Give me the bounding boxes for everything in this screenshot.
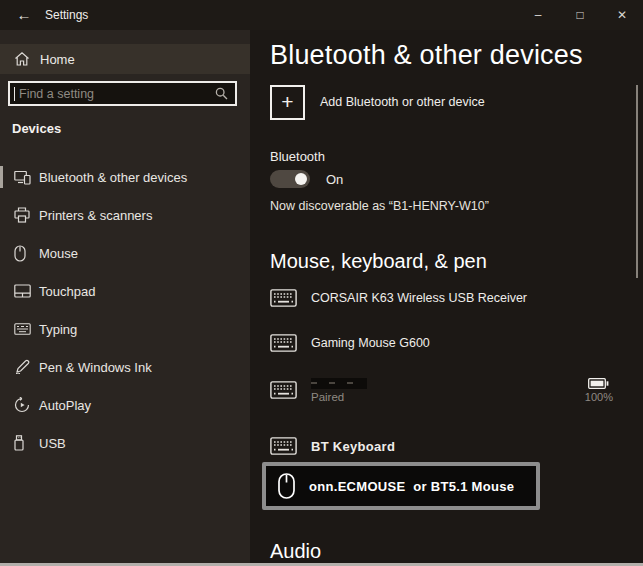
search-icon[interactable] bbox=[215, 87, 228, 100]
sidebar-item-bluetooth-other-devices[interactable]: Bluetooth & other devices bbox=[0, 158, 250, 196]
page-title: Bluetooth & other devices bbox=[270, 40, 583, 71]
maximize-button[interactable]: □ bbox=[559, 0, 601, 30]
bluetooth-toggle-row: On bbox=[270, 170, 343, 188]
close-button[interactable]: ✕ bbox=[601, 0, 643, 30]
minimize-button[interactable]: – bbox=[517, 0, 559, 30]
sidebar-item-label: Bluetooth & other devices bbox=[39, 170, 187, 185]
redacted-device-name bbox=[311, 378, 367, 389]
battery-icon bbox=[588, 378, 609, 389]
keyboard-icon bbox=[270, 437, 297, 455]
sidebar-item-usb[interactable]: USB bbox=[0, 424, 250, 462]
pen-icon bbox=[14, 359, 31, 375]
device-row-corsair-k63[interactable]: CORSAIR K63 Wireless USB Receiver bbox=[270, 278, 613, 318]
sidebar-item-pen-windows-ink[interactable]: Pen & Windows Ink bbox=[0, 348, 250, 386]
section-heading-audio: Audio bbox=[270, 540, 321, 563]
sidebar-section-header: Devices bbox=[12, 121, 61, 136]
discoverable-status-text: Now discoverable as “B1-HENRY-W10” bbox=[270, 199, 489, 213]
back-button[interactable]: ← bbox=[10, 3, 38, 27]
main-content: Bluetooth & other devices + Add Bluetoot… bbox=[250, 30, 643, 563]
titlebar: ← Settings – □ ✕ bbox=[0, 0, 643, 30]
window-controls: – □ ✕ bbox=[517, 0, 643, 30]
search-input[interactable] bbox=[15, 87, 215, 101]
add-bluetooth-device-button[interactable]: + Add Bluetooth or other device bbox=[270, 84, 485, 120]
plus-icon: + bbox=[270, 85, 305, 120]
bluetooth-toggle[interactable] bbox=[270, 170, 310, 188]
device-row-onn-mouse-highlighted[interactable]: onn.ECMOUSE or BT5.1 Mouse bbox=[262, 462, 540, 510]
autoplay-icon bbox=[14, 397, 31, 413]
sidebar-item-label: Mouse bbox=[39, 246, 78, 261]
device-row-gaming-mouse-g600[interactable]: Gaming Mouse G600 bbox=[270, 323, 613, 363]
toggle-state-label: On bbox=[326, 172, 343, 187]
toggle-knob-icon bbox=[295, 173, 307, 185]
scrollbar-thumb[interactable] bbox=[636, 85, 638, 278]
sidebar-item-home[interactable]: Home bbox=[0, 44, 250, 74]
device-name: BT Keyboard bbox=[311, 439, 395, 454]
usb-icon bbox=[14, 435, 31, 451]
sidebar-item-label: Touchpad bbox=[39, 284, 95, 299]
sidebar-item-label: Typing bbox=[39, 322, 77, 337]
bluetooth-toggle-label: Bluetooth bbox=[270, 149, 325, 164]
sidebar: Home Devices Bluetooth & other devices bbox=[0, 30, 250, 563]
battery-status: 100% bbox=[585, 378, 613, 403]
add-device-label: Add Bluetooth or other device bbox=[320, 95, 485, 109]
mouse-icon bbox=[278, 473, 295, 499]
touchpad-icon bbox=[14, 284, 31, 298]
sidebar-item-typing[interactable]: Typing bbox=[0, 310, 250, 348]
battery-percent: 100% bbox=[585, 391, 613, 403]
printer-icon bbox=[14, 207, 31, 223]
sidebar-item-printers-scanners[interactable]: Printers & scanners bbox=[0, 196, 250, 234]
device-name: onn.ECMOUSE or BT5.1 Mouse bbox=[309, 479, 514, 494]
settings-window: ← Settings – □ ✕ Home Dev bbox=[0, 0, 643, 566]
sidebar-item-touchpad[interactable]: Touchpad bbox=[0, 272, 250, 310]
sidebar-item-label: Home bbox=[40, 52, 75, 67]
sidebar-item-mouse[interactable]: Mouse bbox=[0, 234, 250, 272]
device-name: CORSAIR K63 Wireless USB Receiver bbox=[311, 291, 527, 305]
devices-icon bbox=[14, 170, 31, 185]
sidebar-item-label: AutoPlay bbox=[39, 398, 91, 413]
search-box bbox=[8, 81, 237, 106]
keyboard-icon bbox=[270, 334, 297, 352]
mouse-icon bbox=[14, 245, 31, 262]
keyboard-icon bbox=[270, 381, 297, 399]
section-heading-mouse-keyboard-pen: Mouse, keyboard, & pen bbox=[270, 250, 487, 273]
device-name: Gaming Mouse G600 bbox=[311, 336, 430, 350]
sidebar-item-autoplay[interactable]: AutoPlay bbox=[0, 386, 250, 424]
sidebar-item-label: USB bbox=[39, 436, 66, 451]
selected-indicator bbox=[0, 166, 3, 188]
keyboard-icon bbox=[270, 289, 297, 307]
device-row-bt-keyboard[interactable]: BT Keyboard bbox=[270, 428, 613, 464]
device-status: Paired bbox=[311, 391, 367, 403]
sidebar-item-label: Printers & scanners bbox=[39, 208, 152, 223]
typing-icon bbox=[14, 323, 31, 335]
sidebar-item-label: Pen & Windows Ink bbox=[39, 360, 152, 375]
window-title: Settings bbox=[45, 0, 88, 30]
device-row-paired[interactable]: Paired 100% bbox=[270, 368, 613, 412]
home-icon bbox=[14, 51, 30, 67]
